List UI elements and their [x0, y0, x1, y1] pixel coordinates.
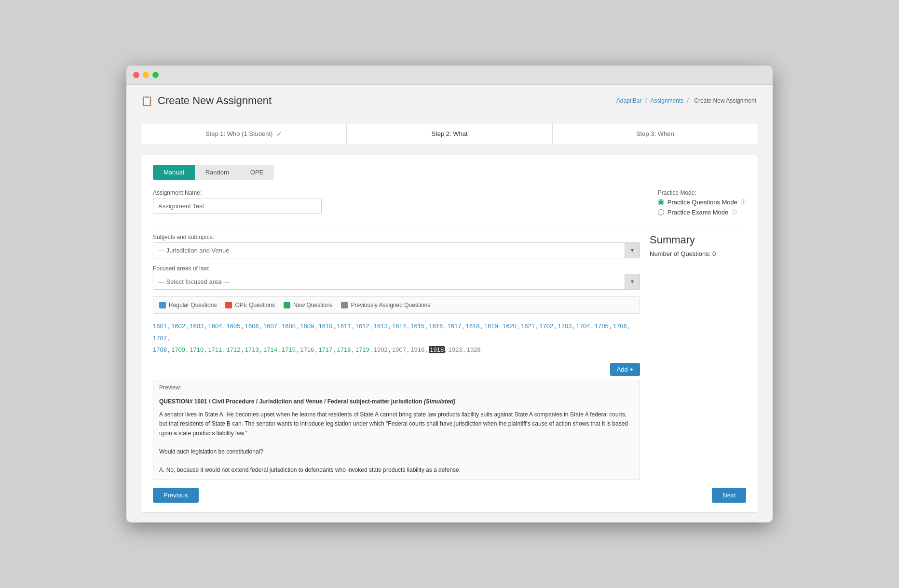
qn-1602[interactable]: 1602: [171, 322, 185, 330]
question-numbers: 1601, 1602, 1603, 1604, 1605, 1606, 1607…: [153, 321, 640, 356]
qn-1604[interactable]: 1604: [208, 322, 222, 330]
radio-exams[interactable]: Practice Exams Mode ⓘ: [658, 209, 746, 216]
qn-1605[interactable]: 1605: [227, 322, 241, 330]
tab-manual[interactable]: Manual: [153, 165, 195, 180]
preview-content[interactable]: QUESTION# 1601 / Civil Procedure / Juris…: [153, 393, 640, 480]
assignment-name-label: Assignment Name:: [153, 189, 322, 196]
legend-prev-dot: [341, 302, 348, 308]
qn-1709[interactable]: 1709: [171, 346, 185, 353]
page-title-group: 📋 Create New Assignment: [141, 94, 272, 107]
legend-new-dot: [284, 302, 290, 308]
breadcrumb-current: Create New Assignment: [694, 97, 756, 104]
qn-1708[interactable]: 1708: [153, 346, 167, 353]
qn-1619[interactable]: 1619: [484, 322, 498, 330]
qn-1705[interactable]: 1705: [595, 322, 609, 330]
assignment-name-input[interactable]: [153, 199, 322, 214]
qn-1702[interactable]: 1702: [539, 322, 553, 330]
document-icon: 📋: [141, 95, 153, 107]
app-window: 📋 Create New Assignment AdaptiBar / Assi…: [126, 66, 773, 522]
qn-1614[interactable]: 1614: [392, 322, 406, 330]
qn-line1: 1601, 1602, 1603, 1604, 1605, 1606, 1607…: [153, 322, 629, 342]
qn-1616[interactable]: 1616: [429, 322, 443, 330]
step-2[interactable]: Step 2: What: [347, 123, 552, 145]
divider-1: [153, 225, 746, 225]
focused-areas-group: Focused areas of law: — Select focused a…: [153, 265, 640, 290]
qn-1603[interactable]: 1603: [190, 322, 204, 330]
legend-ope-label: OPE Questions: [235, 302, 275, 308]
subjects-select[interactable]: — Jurisdiction and Venue: [153, 242, 640, 258]
window-controls: [133, 72, 159, 78]
step-1[interactable]: Step 1: Who (1 Student) ✓: [141, 123, 347, 145]
qn-1609[interactable]: 1609: [300, 322, 314, 330]
qn-1711[interactable]: 1711: [208, 346, 222, 353]
breadcrumb-assignments[interactable]: Assignments: [651, 97, 684, 104]
summary-panel: Summary Number of Questions: 0: [650, 234, 746, 480]
exams-help-icon[interactable]: ⓘ: [732, 209, 737, 216]
qn-1712[interactable]: 1712: [227, 346, 241, 353]
radio-questions-label: Practice Questions Mode: [667, 199, 737, 206]
qn-1717[interactable]: 1717: [318, 346, 332, 353]
qn-1714[interactable]: 1714: [263, 346, 277, 353]
qn-1610[interactable]: 1610: [318, 322, 332, 330]
breadcrumb-sep2: /: [687, 97, 691, 104]
qn-1907[interactable]: 1907: [392, 346, 406, 353]
qn-1617[interactable]: 1617: [448, 322, 462, 330]
qn-1611[interactable]: 1611: [337, 322, 351, 330]
next-button[interactable]: Next: [712, 488, 746, 503]
qn-1618[interactable]: 1618: [466, 322, 480, 330]
qn-1719[interactable]: 1719: [355, 346, 369, 353]
qn-1715[interactable]: 1715: [282, 346, 296, 353]
practice-mode-label: Practice Mode:: [658, 189, 746, 196]
radio-questions[interactable]: Practice Questions Mode ⓘ: [658, 199, 746, 206]
minimize-dot[interactable]: [143, 72, 149, 78]
questions-help-icon[interactable]: ⓘ: [741, 199, 746, 206]
radio-questions-input[interactable]: [658, 199, 664, 205]
qn-1612[interactable]: 1612: [355, 322, 369, 330]
breadcrumb-adaptibar[interactable]: AdaptiBar: [616, 97, 642, 104]
legend: Regular Questions OPE Questions New Ques…: [153, 296, 640, 314]
qn-1902[interactable]: 1902: [374, 346, 388, 353]
qn-1607[interactable]: 1607: [263, 322, 277, 330]
qn-1713[interactable]: 1713: [245, 346, 259, 353]
qn-1613[interactable]: 1613: [374, 322, 388, 330]
qn-1601[interactable]: 1601: [153, 322, 167, 330]
legend-prev-label: Previously Assigned Questions: [351, 302, 430, 308]
subjects-group: Subjects and subtopics: — Jurisdiction a…: [153, 234, 640, 258]
tab-random[interactable]: Random: [195, 165, 240, 180]
qn-1615[interactable]: 1615: [410, 322, 424, 330]
summary-title: Summary: [650, 234, 746, 246]
qn-1923[interactable]: 1923: [449, 346, 463, 353]
preview-simulated-label: (Simulated): [424, 398, 455, 405]
add-button[interactable]: Add +: [610, 363, 640, 376]
qn-1710[interactable]: 1710: [190, 346, 204, 353]
step-2-label: Step 2: What: [431, 130, 467, 137]
qn-1621[interactable]: 1621: [521, 322, 535, 330]
add-btn-row: Add +: [153, 363, 640, 376]
qn-1620[interactable]: 1620: [503, 322, 517, 330]
legend-new: New Questions: [284, 302, 332, 308]
qn-1718[interactable]: 1718: [337, 346, 351, 353]
summary-questions: Number of Questions: 0: [650, 250, 746, 257]
step-3[interactable]: Step 3: When: [553, 123, 758, 145]
qn-1928[interactable]: 1928: [467, 346, 481, 353]
tab-ope[interactable]: OPE: [240, 165, 274, 180]
qn-1608[interactable]: 1608: [282, 322, 296, 330]
qn-1706[interactable]: 1706: [613, 322, 627, 330]
qn-1918-highlight[interactable]: 1918: [429, 346, 445, 353]
maximize-dot[interactable]: [152, 72, 159, 78]
summary-questions-label: Number of Questions:: [650, 250, 710, 257]
legend-regular: Regular Questions: [159, 302, 217, 308]
qn-1916[interactable]: 1916: [410, 346, 424, 353]
app-header: 📋 Create New Assignment AdaptiBar / Assi…: [141, 94, 758, 113]
qn-1716[interactable]: 1716: [300, 346, 314, 353]
previous-button[interactable]: Previous: [153, 488, 199, 503]
radio-exams-label: Practice Exams Mode: [667, 209, 728, 216]
close-dot[interactable]: [133, 72, 139, 78]
qn-1606[interactable]: 1606: [245, 322, 259, 330]
qn-1703[interactable]: 1703: [558, 322, 572, 330]
qn-1704[interactable]: 1704: [576, 322, 590, 330]
qn-1707[interactable]: 1707: [153, 334, 167, 342]
radio-exams-input[interactable]: [658, 209, 664, 215]
step-1-check: ✓: [276, 130, 282, 138]
focused-areas-select[interactable]: — Select focused area —: [153, 274, 640, 290]
